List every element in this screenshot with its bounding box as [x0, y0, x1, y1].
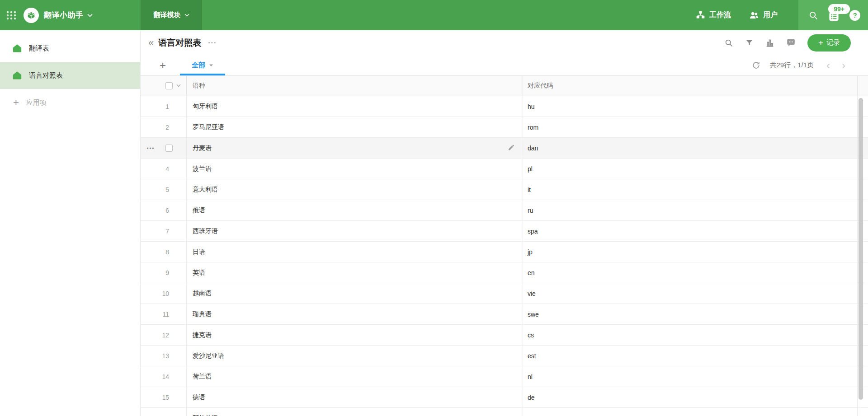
notifications-icon[interactable]: 99+ [828, 10, 840, 23]
app-logo-icon[interactable] [24, 8, 39, 23]
row-number: 5 [165, 186, 169, 193]
cell-language-text: 匈牙利语 [193, 103, 218, 111]
table-row[interactable]: ⋯ 7 西班牙语 spa [141, 221, 868, 242]
cell-code[interactable]: cs [523, 325, 858, 345]
cell-language[interactable]: 瑞典语 [187, 304, 523, 324]
app-chevron-down-icon[interactable] [87, 14, 93, 17]
cell-language[interactable]: 罗马尼亚语 [187, 117, 523, 137]
cell-language[interactable]: 丹麦语 [187, 138, 523, 158]
cell-code-text: dan [528, 145, 538, 152]
pagination: 共29行，1/1页 ‹ › [752, 60, 845, 71]
cell-language[interactable]: 阿拉伯语 [187, 408, 523, 416]
row-gutter: ⋯ 16 [141, 408, 187, 416]
table-row[interactable]: ⋯ 12 捷克语 cs [141, 325, 868, 346]
tab-label: 全部 [192, 61, 205, 70]
table-row[interactable]: ⋯ 5 意大利语 it [141, 179, 868, 200]
next-page-icon[interactable]: › [842, 60, 845, 71]
cell-code[interactable]: nl [523, 366, 858, 387]
cell-code[interactable]: ru [523, 200, 858, 220]
filter-icon[interactable] [745, 38, 754, 47]
cell-language[interactable]: 波兰语 [187, 159, 523, 179]
tab-all-records[interactable]: 全部 [180, 55, 225, 75]
prev-page-icon[interactable]: ‹ [826, 60, 830, 71]
cell-language[interactable]: 匈牙利语 [187, 96, 523, 117]
refresh-icon[interactable] [752, 61, 760, 70]
add-record-button[interactable]: + 记录 [807, 34, 851, 51]
view-tab-bar: + 全部 共29行，1/1页 ‹ › [141, 55, 868, 75]
cell-code[interactable]: ara [523, 408, 858, 416]
sidebar-item-language-map-table[interactable]: 语言对照表 [0, 62, 140, 89]
row-checkbox[interactable] [165, 145, 173, 152]
cell-code[interactable]: hu [523, 96, 858, 117]
module-tab[interactable]: 翻译模块 [141, 0, 202, 30]
add-view-icon[interactable]: + [157, 60, 168, 71]
table-body: ⋯ 1 匈牙利语 hu ⋯ 2 罗马尼亚语 [141, 96, 868, 416]
cell-language-text: 德语 [193, 393, 205, 402]
nav-workflow-label: 工作流 [709, 10, 731, 20]
cell-language[interactable]: 越南语 [187, 283, 523, 304]
cell-code[interactable]: it [523, 179, 858, 200]
sidebar-add-app-item[interactable]: + 应用项 [0, 89, 140, 116]
cell-language-text: 西班牙语 [193, 227, 218, 235]
cell-code[interactable]: est [523, 346, 858, 366]
discussion-icon[interactable] [786, 38, 796, 47]
cell-language[interactable]: 爱沙尼亚语 [187, 346, 523, 366]
table-row[interactable]: ⋯ 16 阿拉伯语 ara [141, 408, 868, 416]
cell-language[interactable]: 德语 [187, 387, 523, 407]
table-row[interactable]: ⋯ 15 德语 de [141, 387, 868, 408]
edit-icon[interactable] [508, 144, 515, 152]
table-row[interactable]: ⋯ 13 爱沙尼亚语 est [141, 346, 868, 366]
column-header-language[interactable]: 语种 [187, 76, 523, 96]
table-row[interactable]: ⋯ 4 波兰语 pl [141, 159, 868, 179]
cell-code[interactable]: spa [523, 221, 858, 241]
cell-language[interactable]: 意大利语 [187, 179, 523, 200]
sidebar-item-translation-table[interactable]: 翻译表 [0, 35, 140, 62]
more-options-icon[interactable]: ··· [208, 39, 217, 47]
row-menu-icon[interactable]: ⋯ [146, 143, 154, 153]
statistics-icon[interactable] [765, 38, 774, 47]
column-header-code[interactable]: 对应代码 [523, 76, 858, 96]
table-row[interactable]: ⋯ 3 丹麦语 dan [141, 138, 868, 159]
row-number: 13 [162, 352, 169, 360]
cell-code-text: rom [528, 124, 538, 131]
search-records-icon[interactable] [724, 38, 733, 47]
table-row[interactable]: ⋯ 14 荷兰语 nl [141, 366, 868, 387]
cell-language-text: 罗马尼亚语 [193, 123, 224, 131]
help-icon[interactable]: ? [849, 10, 860, 21]
select-all-checkbox[interactable] [165, 82, 173, 89]
nav-workflow[interactable]: 工作流 [696, 10, 731, 20]
table-row[interactable]: ⋯ 6 俄语 ru [141, 200, 868, 221]
cell-language[interactable]: 西班牙语 [187, 221, 523, 241]
plus-icon: + [13, 98, 19, 108]
cell-language-text: 俄语 [193, 206, 205, 215]
table-row[interactable]: ⋯ 10 越南语 vie [141, 283, 868, 304]
cell-language[interactable]: 荷兰语 [187, 366, 523, 387]
cell-code[interactable]: dan [523, 138, 858, 158]
table-row[interactable]: ⋯ 1 匈牙利语 hu [141, 96, 868, 117]
vertical-scrollbar[interactable] [859, 98, 863, 400]
cell-code[interactable]: swe [523, 304, 858, 324]
table-row[interactable]: ⋯ 9 英语 en [141, 262, 868, 283]
cell-code[interactable]: pl [523, 159, 858, 179]
table-row[interactable]: ⋯ 11 瑞典语 swe [141, 304, 868, 325]
global-search-icon[interactable] [808, 10, 818, 20]
cell-code[interactable]: jp [523, 242, 858, 262]
table-row[interactable]: ⋯ 2 罗马尼亚语 rom [141, 117, 868, 138]
collapse-sidebar-icon[interactable]: « [148, 38, 154, 48]
workflow-icon [696, 10, 705, 20]
cell-language[interactable]: 捷克语 [187, 325, 523, 345]
cell-code-text: nl [528, 373, 533, 380]
nav-users[interactable]: 用户 [749, 10, 778, 20]
table-row[interactable]: ⋯ 8 日语 jp [141, 242, 868, 262]
app-name[interactable]: 翻译小助手 [44, 10, 84, 20]
cell-code[interactable]: vie [523, 283, 858, 304]
cell-code-text: pl [528, 165, 533, 173]
select-chevron-down-icon[interactable] [176, 84, 181, 87]
cell-code[interactable]: rom [523, 117, 858, 137]
cell-language[interactable]: 日语 [187, 242, 523, 262]
cell-language[interactable]: 英语 [187, 262, 523, 283]
cell-code[interactable]: en [523, 262, 858, 283]
cell-code[interactable]: de [523, 387, 858, 407]
cell-language[interactable]: 俄语 [187, 200, 523, 220]
apps-grid-icon[interactable] [5, 9, 17, 21]
